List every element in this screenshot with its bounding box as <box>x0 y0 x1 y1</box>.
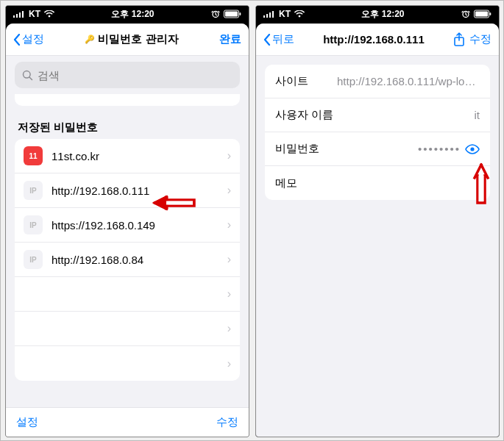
chevron-left-icon <box>13 34 21 46</box>
password-list: 11 11st.co.kr › IP http://192.168.0.111 … <box>15 139 240 381</box>
bottom-edit-button[interactable]: 수정 <box>216 415 238 429</box>
detail-label: 메모 <box>275 176 297 190</box>
signal-icon <box>263 10 275 18</box>
chevron-right-icon: › <box>227 184 231 197</box>
nav-title-label: 비밀번호 관리자 <box>98 32 178 46</box>
alarm-icon <box>461 10 470 18</box>
list-item[interactable]: › <box>15 277 240 312</box>
list-item[interactable]: IP http://192.168.0.111 › <box>15 173 240 208</box>
svg-rect-11 <box>263 15 265 18</box>
nav-back-button[interactable]: 설정 <box>13 32 44 46</box>
phone-left: KT 오후 12:20 설정 🔑 비밀번호 관리자 완료 <box>5 5 249 437</box>
screen-right: 뒤로 http://192.168.0.111 수정 사이트 http://19… <box>256 24 499 437</box>
chevron-right-icon: › <box>227 357 231 370</box>
share-icon <box>453 32 465 47</box>
detail-label: 사이트 <box>275 74 337 88</box>
detail-row-memo[interactable]: 메모 <box>265 166 490 200</box>
carrier-label: KT <box>29 9 40 19</box>
detail-row-password[interactable]: 비밀번호 •••••••• <box>265 132 490 166</box>
battery-icon <box>224 10 241 18</box>
svg-rect-18 <box>490 12 491 15</box>
nav-title: 🔑 비밀번호 관리자 <box>85 32 178 46</box>
list-item[interactable]: IP http://192.168.0.84 › <box>15 243 240 277</box>
svg-rect-6 <box>225 12 238 17</box>
svg-rect-3 <box>22 11 24 18</box>
detail-value: it <box>337 109 480 121</box>
list-item[interactable]: 11 11st.co.kr › <box>15 139 240 173</box>
battery-icon <box>474 10 491 18</box>
site-icon-11st: 11 <box>24 146 43 165</box>
chevron-right-icon: › <box>227 322 231 335</box>
list-item-label: http://192.168.0.84 <box>52 254 227 266</box>
eye-icon <box>465 144 480 154</box>
section-header: 저장된 비밀번호 <box>6 113 249 139</box>
nav-title: http://192.168.0.111 <box>323 33 425 46</box>
site-icon-ip: IP <box>24 181 43 200</box>
nav-back-label: 설정 <box>22 32 44 46</box>
nav-bar: 설정 🔑 비밀번호 관리자 완료 <box>6 24 249 56</box>
nav-back-label: 뒤로 <box>272 32 294 46</box>
status-bar: KT 오후 12:20 <box>256 6 499 22</box>
chevron-right-icon: › <box>227 149 231 162</box>
wifi-icon <box>44 10 54 18</box>
search-bar[interactable] <box>15 62 240 88</box>
svg-rect-13 <box>269 12 271 18</box>
detail-row-user[interactable]: 사용자 이름 it <box>265 98 490 132</box>
site-icon-ip: IP <box>24 250 43 269</box>
list-item-label: 11st.co.kr <box>52 150 227 162</box>
chevron-right-icon: › <box>227 218 231 232</box>
chevron-right-icon: › <box>227 253 231 266</box>
nav-edit-button[interactable]: 수정 <box>469 32 491 46</box>
chevron-right-icon: › <box>227 287 231 301</box>
list-item-label: http://192.168.0.111 <box>52 184 227 197</box>
wifi-icon <box>294 10 305 18</box>
key-icon: 🔑 <box>85 35 95 44</box>
detail-label: 비밀번호 <box>275 142 337 156</box>
bottom-settings-button[interactable]: 설정 <box>16 415 38 429</box>
list-item[interactable]: IP https://192.168.0.149 › <box>15 208 240 243</box>
search-input[interactable] <box>38 69 233 82</box>
detail-label: 사용자 이름 <box>275 108 337 122</box>
detail-value: http://192.168.0.111/wp-login.php <box>337 75 480 87</box>
list-item[interactable]: › <box>15 312 240 346</box>
carrier-label: KT <box>279 9 291 19</box>
alarm-icon <box>211 10 220 18</box>
detail-card: 사이트 http://192.168.0.111/wp-login.php 사용… <box>265 65 490 200</box>
nav-done-button[interactable]: 완료 <box>219 32 241 46</box>
status-time: 오후 12:20 <box>361 8 404 21</box>
list-item[interactable]: › <box>15 346 240 381</box>
reveal-password-button[interactable] <box>465 144 480 154</box>
signal-icon <box>13 10 25 18</box>
svg-rect-14 <box>272 11 274 18</box>
svg-rect-17 <box>475 12 488 17</box>
svg-rect-0 <box>13 15 15 18</box>
status-bar: KT 오후 12:20 <box>6 6 249 22</box>
svg-rect-2 <box>19 12 21 18</box>
nav-bar: 뒤로 http://192.168.0.111 수정 <box>256 24 499 56</box>
svg-point-20 <box>470 147 474 151</box>
chevron-left-icon <box>263 34 271 46</box>
screen-left: 설정 🔑 비밀번호 관리자 완료 저장된 비밀번호 11 11st.co.kr … <box>6 24 249 437</box>
search-icon <box>22 70 33 81</box>
list-item-label: https://192.168.0.149 <box>52 219 227 232</box>
svg-rect-1 <box>16 14 18 18</box>
svg-rect-12 <box>266 14 268 18</box>
phone-right: KT 오후 12:20 뒤로 http://192.168.0.111 수정 <box>255 5 500 437</box>
nav-back-button[interactable]: 뒤로 <box>263 32 294 46</box>
spacer <box>15 94 240 106</box>
detail-row-site[interactable]: 사이트 http://192.168.0.111/wp-login.php <box>265 65 490 98</box>
bottom-bar: 설정 수정 <box>6 407 249 437</box>
detail-value-password: •••••••• <box>337 143 461 155</box>
nav-share-button[interactable] <box>453 32 465 47</box>
svg-rect-7 <box>240 12 241 15</box>
status-time: 오후 12:20 <box>111 8 154 21</box>
site-icon-ip: IP <box>24 215 43 234</box>
